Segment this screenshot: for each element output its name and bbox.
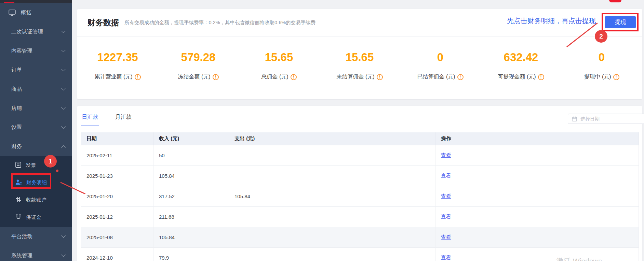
stat-label: 可提现金额 (元) (498, 73, 536, 81)
view-link[interactable]: 查看 (441, 193, 451, 199)
sidebar-item-orders[interactable]: 订单 (0, 60, 72, 79)
stat-label: 已结算佣金 (元) (417, 73, 455, 81)
invoice-icon (15, 162, 21, 169)
cell-expense (229, 166, 435, 186)
exclamation-circle-icon[interactable]: ! (538, 74, 544, 80)
column-header-expense: 支出 (元) (229, 132, 435, 145)
cell-income: 211.68 (153, 207, 229, 227)
column-header-action: 操作 (435, 132, 639, 145)
sidebar-item-label: 平台活动 (11, 233, 62, 240)
cell-date: 2025-02-11 (81, 145, 153, 166)
red-marker-fragment (4, 2, 14, 3)
annotation-dot (56, 170, 58, 172)
sidebar-item-label: 店铺 (11, 105, 62, 112)
chevron-down-icon (61, 67, 66, 71)
sidebar-item-label: 保证金 (26, 214, 41, 221)
table-header-row: 日期 收入 (元) 支出 (元) 操作 (81, 132, 639, 145)
stat-value: 579.28 (158, 52, 239, 63)
monitor-icon (9, 10, 16, 16)
annotation-step-1-badge: 1 (44, 155, 57, 168)
cell-date: 2025-01-12 (81, 207, 153, 227)
sidebar-item-deposit[interactable]: 保证金 (0, 209, 72, 226)
view-link[interactable]: 查看 (441, 173, 451, 178)
finance-submenu: 发票 财务明细 收款账户 保证金 (0, 156, 72, 227)
sliders-icon (15, 197, 22, 204)
browser-top-strip (0, 0, 72, 3)
exclamation-circle-icon[interactable]: ! (457, 74, 464, 80)
exclamation-circle-icon[interactable]: ! (213, 74, 219, 80)
red-annotation-fragment (609, 0, 621, 2)
view-link[interactable]: 查看 (441, 234, 451, 240)
exclamation-circle-icon[interactable]: ! (613, 74, 619, 80)
exclamation-circle-icon[interactable]: ! (291, 74, 297, 80)
chevron-up-icon (61, 145, 66, 149)
sidebar-item-content[interactable]: 内容管理 (0, 41, 72, 60)
stat-label: 累计营业额 (元) (94, 73, 132, 81)
table-row: 2025-01-08 105.84 查看 (81, 227, 639, 248)
stat-unsettled-commission: 15.65 未结算佣金 (元)! (319, 52, 400, 81)
cell-date: 2025-01-08 (81, 227, 153, 248)
exclamation-circle-icon[interactable]: ! (135, 74, 141, 80)
table-row: 2025-02-11 50 查看 (81, 145, 639, 166)
stat-total-revenue: 1227.35 累计营业额 (元)! (77, 52, 158, 81)
sidebar-item-2fa[interactable]: 二次认证管理 (0, 22, 72, 41)
activate-windows-watermark: 激活 Windows (556, 256, 602, 261)
tab-daily-remittance[interactable]: 日汇款 (81, 114, 99, 126)
chevron-down-icon (61, 48, 66, 52)
sidebar-item-goods[interactable]: 商品 (0, 79, 72, 99)
remittance-table: 日期 收入 (元) 支出 (元) 操作 2025-02-11 50 查看 202… (81, 132, 639, 261)
table-row: 2025-01-12 211.68 查看 (81, 207, 639, 227)
view-link[interactable]: 查看 (441, 255, 451, 260)
sidebar-item-store[interactable]: 店铺 (0, 99, 72, 118)
calendar-icon (572, 116, 577, 121)
sidebar-item-system[interactable]: 系统管理 (0, 246, 72, 261)
stat-value: 0 (561, 52, 642, 63)
finance-stats-row: 1227.35 累计营业额 (元)! 579.28 冻结金额 (元)! 15.6… (77, 37, 642, 81)
cell-income: 79.9 (153, 248, 229, 261)
sidebar-item-label: 财务 (11, 143, 62, 150)
table-row: 2024-12-10 79.9 查看 (81, 248, 639, 261)
remittance-card: 日汇款 月汇款 日期 收入 (元) 支出 (元) 操作 2025-02-11 5… (77, 106, 642, 261)
sidebar-item-invoice[interactable]: 发票 (0, 157, 72, 174)
stat-value: 0 (400, 52, 481, 63)
chevron-down-icon (61, 233, 66, 238)
sidebar-item-settings[interactable]: 设置 (0, 118, 72, 137)
cell-expense (229, 248, 435, 261)
sidebar-item-overview[interactable]: 概括 (0, 3, 72, 22)
tabs-row: 日汇款 月汇款 (77, 106, 642, 126)
table-row: 2025-01-20 317.52 105.84 查看 (81, 186, 639, 207)
chevron-down-icon (61, 29, 66, 33)
sidebar-item-label: 系统管理 (11, 252, 62, 259)
table-row: 2025-01-23 105.84 查看 (81, 166, 639, 186)
cell-expense (229, 227, 435, 248)
sidebar-item-label: 二次认证管理 (11, 28, 62, 35)
tab-monthly-remittance[interactable]: 月汇款 (114, 114, 133, 126)
cell-date: 2025-01-23 (81, 166, 153, 186)
annotation-box-withdraw (602, 13, 639, 31)
stat-label: 冻结金额 (元) (178, 73, 210, 81)
stat-value: 15.65 (239, 52, 319, 63)
cell-date: 2025-01-20 (81, 186, 153, 207)
chevron-down-icon (61, 252, 66, 257)
stat-settled-commission: 0 已结算佣金 (元)! (400, 52, 481, 81)
stat-withdrawable-amount: 632.42 可提现金额 (元)! (481, 52, 561, 81)
date-picker-input[interactable] (580, 116, 639, 122)
date-picker[interactable] (568, 114, 644, 124)
sidebar-item-platform-activity[interactable]: 平台活动 (0, 227, 72, 246)
chevron-down-icon (61, 124, 66, 129)
sidebar-item-label: 商品 (11, 86, 62, 93)
sidebar-item-label: 内容管理 (11, 47, 62, 55)
cell-income: 317.52 (153, 186, 229, 207)
sidebar: 概括 二次认证管理 内容管理 订单 商品 店铺 设置 财务 发票 (0, 3, 72, 261)
exclamation-circle-icon[interactable]: ! (377, 74, 383, 80)
view-link[interactable]: 查看 (441, 214, 451, 219)
stat-label: 未结算佣金 (元) (336, 73, 374, 81)
sidebar-item-label: 订单 (11, 67, 62, 74)
cell-expense (229, 207, 435, 227)
stat-label: 提现中 (元) (584, 73, 611, 81)
cell-date: 2024-12-10 (81, 248, 153, 261)
view-link[interactable]: 查看 (441, 152, 451, 158)
sidebar-item-finance[interactable]: 财务 (0, 137, 72, 156)
sidebar-item-payment-account[interactable]: 收款账户 (0, 191, 72, 209)
stat-value: 632.42 (481, 52, 561, 63)
